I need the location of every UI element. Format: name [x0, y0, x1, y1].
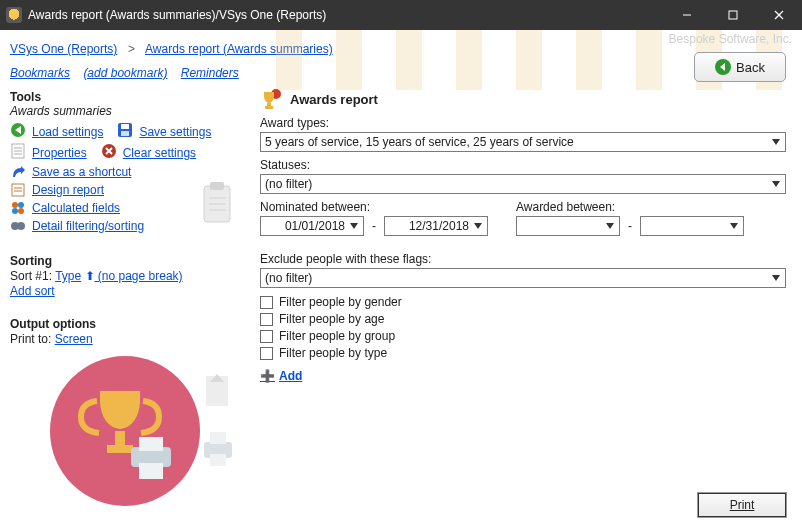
svg-marker-48 [606, 223, 614, 229]
breadcrumb: VSys One (Reports) > Awards report (Awar… [10, 42, 333, 56]
detail-filtering-link[interactable]: Detail filtering/sorting [32, 219, 144, 233]
chevron-down-icon [347, 219, 361, 233]
add-sort-link[interactable]: Add sort [10, 284, 55, 298]
exclude-flags-dropdown[interactable]: (no filter) [260, 268, 786, 288]
checkbox-box [260, 296, 273, 309]
print-button-label: Print [730, 498, 755, 512]
sort1-prefix: Sort #1: [10, 269, 55, 283]
svg-rect-42 [267, 103, 271, 106]
add-filter-link[interactable]: ➕ Add [260, 369, 302, 383]
left-panel: Tools Awards summaries Load settings Sav… [0, 86, 258, 510]
nominated-label: Nominated between: [260, 200, 488, 214]
filter-age-checkbox[interactable]: Filter people by age [260, 312, 786, 326]
exclude-flags-value: (no filter) [265, 271, 312, 285]
clear-settings-link[interactable]: Clear settings [123, 146, 196, 160]
design-report-icon [10, 182, 26, 198]
printer-icon [198, 426, 236, 474]
statuses-dropdown[interactable]: (no filter) [260, 174, 786, 194]
print-to-prefix: Print to: [10, 332, 55, 346]
awarded-to-input[interactable] [640, 216, 744, 236]
svg-rect-19 [121, 131, 129, 136]
filter-gender-checkbox[interactable]: Filter people by gender [260, 295, 786, 309]
load-settings-link[interactable]: Load settings [32, 125, 103, 139]
breadcrumb-root[interactable]: VSys One (Reports) [10, 42, 117, 56]
save-settings-icon [117, 122, 133, 141]
exclude-flags-label: Exclude people with these flags: [260, 252, 786, 266]
statuses-value: (no filter) [265, 177, 312, 191]
shortcut-icon [10, 164, 26, 180]
plus-icon: ➕ [260, 369, 275, 383]
add-filter-label: Add [279, 369, 302, 383]
close-button[interactable] [756, 0, 802, 30]
award-types-dropdown[interactable]: 5 years of service, 15 years of service,… [260, 132, 786, 152]
filter-group-checkbox[interactable]: Filter people by group [260, 329, 786, 343]
chevron-down-icon [768, 177, 783, 191]
save-settings-link[interactable]: Save settings [139, 125, 211, 139]
chevron-down-icon [768, 135, 783, 149]
clipboard-icon [198, 180, 236, 228]
svg-marker-50 [772, 275, 780, 281]
print-to-link[interactable]: Screen [55, 332, 93, 346]
filter-type-checkbox[interactable]: Filter people by type [260, 346, 786, 360]
output-heading: Output options [10, 317, 250, 331]
sort-line-1: Sort #1: Type ⬆ (no page break) [10, 269, 250, 283]
design-report-link[interactable]: Design report [32, 183, 104, 197]
range-dash: - [626, 219, 634, 233]
filter-type-label: Filter people by type [279, 346, 387, 360]
app-icon [6, 7, 22, 23]
title-bar: Awards report (Awards summaries)/VSys On… [0, 0, 802, 30]
decor-trophy-icon [50, 356, 200, 506]
chevron-down-icon [471, 219, 485, 233]
svg-marker-44 [772, 139, 780, 145]
tools-subheading: Awards summaries [10, 104, 250, 118]
print-to-line: Print to: Screen [10, 332, 250, 346]
sort-icon [198, 368, 236, 416]
properties-link[interactable]: Properties [32, 146, 87, 160]
reminders-link[interactable]: Reminders [181, 66, 239, 80]
svg-point-30 [12, 202, 18, 208]
detail-filtering-icon [10, 218, 26, 234]
save-shortcut-link[interactable]: Save as a shortcut [32, 165, 131, 179]
add-bookmark-link[interactable]: (add bookmark) [83, 66, 167, 80]
sort1-pagebreak-link[interactable]: (no page break) [95, 269, 183, 283]
sort1-arrow-icon[interactable]: ⬆ [85, 269, 95, 283]
awarded-from-input[interactable] [516, 216, 620, 236]
nominated-to-value: 12/31/2018 [409, 219, 469, 233]
svg-rect-39 [139, 437, 163, 451]
link-row: Bookmarks (add bookmark) Reminders [0, 64, 802, 86]
range-dash: - [370, 219, 378, 233]
calculated-fields-link[interactable]: Calculated fields [32, 201, 120, 215]
svg-rect-13 [210, 432, 226, 444]
nominated-from-value: 01/01/2018 [285, 219, 345, 233]
chevron-down-icon [768, 271, 783, 285]
bookmarks-link[interactable]: Bookmarks [10, 66, 70, 80]
trophy-icon [260, 88, 282, 110]
header-row: VSys One (Reports) > Awards report (Awar… [0, 30, 802, 64]
nominated-to-input[interactable]: 12/31/2018 [384, 216, 488, 236]
clear-settings-icon [101, 143, 117, 162]
sort1-type-link[interactable]: Type [55, 269, 81, 283]
body: Tools Awards summaries Load settings Sav… [0, 86, 802, 527]
minimize-button[interactable] [664, 0, 710, 30]
maximize-button[interactable] [710, 0, 756, 30]
calculated-fields-icon [10, 200, 26, 216]
form-title: Awards report [290, 92, 378, 107]
filter-gender-label: Filter people by gender [279, 295, 402, 309]
svg-point-31 [18, 202, 24, 208]
window-title: Awards report (Awards summaries)/VSys On… [28, 8, 326, 22]
print-button[interactable]: Print [698, 493, 786, 517]
breadcrumb-current[interactable]: Awards report (Awards summaries) [145, 42, 333, 56]
chevron-down-icon [603, 219, 617, 233]
svg-rect-36 [115, 431, 125, 445]
filter-group-label: Filter people by group [279, 329, 395, 343]
chevron-down-icon [727, 219, 741, 233]
svg-marker-49 [730, 223, 738, 229]
svg-rect-14 [210, 454, 226, 466]
svg-rect-18 [121, 124, 129, 129]
nominated-from-input[interactable]: 01/01/2018 [260, 216, 364, 236]
filter-age-label: Filter people by age [279, 312, 384, 326]
svg-marker-46 [350, 223, 358, 229]
checkbox-box [260, 330, 273, 343]
svg-rect-1 [729, 11, 737, 19]
tools-heading: Tools [10, 90, 250, 104]
